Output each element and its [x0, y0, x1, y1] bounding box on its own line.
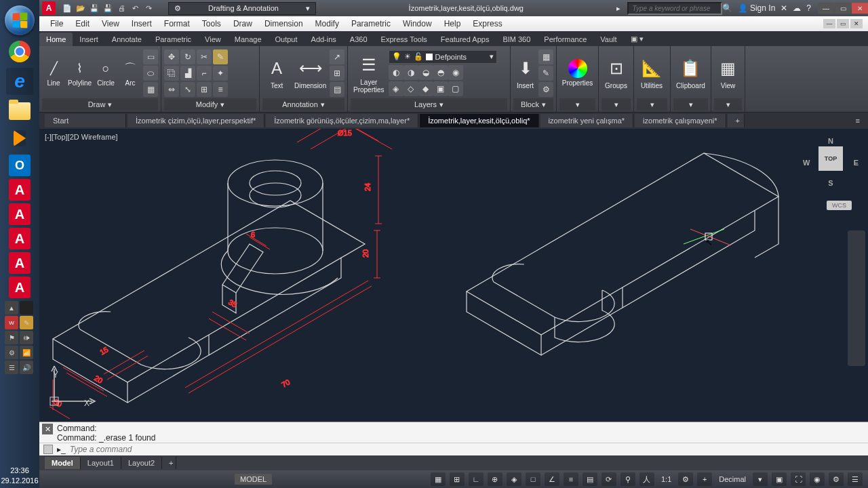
ribtab-annotate[interactable]: Annotate [105, 33, 149, 46]
infocenter-icon[interactable]: 🔍 [722, 3, 732, 13]
polar-toggle-icon[interactable]: ⊕ [488, 472, 502, 486]
qat-open-icon[interactable]: 📂 [75, 2, 87, 14]
autocad-icon[interactable]: A [9, 277, 31, 298]
lineweight-icon[interactable]: ≡ [564, 472, 578, 486]
rect-icon[interactable]: ▭ [143, 49, 158, 64]
tab-layout2[interactable]: Layout2 [121, 457, 162, 469]
ribtab-bim360[interactable]: BIM 360 [496, 33, 537, 46]
autocad-icon[interactable]: A [9, 252, 31, 274]
explode-icon[interactable]: ✦ [213, 66, 228, 81]
rotate-icon[interactable]: ↻ [180, 49, 195, 64]
layer-tool-icon[interactable]: ◉ [448, 65, 463, 80]
tab-model[interactable]: Model [45, 457, 81, 469]
app-menu-button[interactable]: A [42, 1, 56, 15]
ellipse-icon[interactable]: ⬭ [143, 66, 158, 81]
erase-icon[interactable]: ✎ [213, 49, 228, 64]
qat-undo-icon[interactable]: ↶ [129, 2, 141, 14]
table-icon[interactable]: ⊞ [330, 66, 344, 81]
help-icon[interactable]: ? [806, 3, 811, 13]
ribtab-manage[interactable]: Manage [228, 33, 269, 46]
annoscale-icon[interactable]: 人 [639, 472, 654, 486]
ribtab-performance[interactable]: Performance [537, 33, 593, 46]
ribtab-output[interactable]: Output [269, 33, 304, 46]
file-tab-active[interactable]: İzometrik,layer,kesit,ölçü,obliq* [420, 114, 538, 127]
qat-redo-icon[interactable]: ↷ [142, 2, 155, 14]
menu-insert[interactable]: Insert [126, 18, 157, 30]
doc-minimize-button[interactable]: — [823, 19, 835, 28]
chevron-down-icon[interactable]: ▾ [650, 100, 654, 109]
outlook-icon[interactable]: O [9, 155, 31, 176]
view-button[interactable]: ▦View [714, 55, 742, 91]
ribtab-parametric[interactable]: Parametric [149, 33, 198, 46]
copy-icon[interactable]: ⿻ [164, 66, 179, 81]
signin-button[interactable]: 👤 Sign In [738, 3, 776, 13]
qat-save-icon[interactable]: 💾 [88, 2, 100, 14]
qat-new-icon[interactable]: 📄 [61, 2, 73, 14]
isolate-icon[interactable]: ◉ [810, 472, 825, 486]
ie-icon[interactable]: e [6, 68, 33, 95]
insert-block-button[interactable]: ⬇Insert [513, 55, 537, 91]
qat-saveas-icon[interactable]: 💾 [102, 2, 114, 14]
chevron-down-icon[interactable]: ▾ [220, 100, 224, 109]
layer-tool-icon[interactable]: ◐ [389, 65, 403, 80]
layer-properties-button[interactable]: ☰Layer Properties [351, 52, 387, 95]
hatch-icon[interactable]: ▦ [143, 82, 158, 97]
tab-start[interactable]: Start [45, 114, 126, 127]
menu-window[interactable]: Window [397, 18, 437, 30]
dimension-button[interactable]: ⟷Dimension [292, 55, 328, 91]
layer-tool-icon[interactable]: ◈ [389, 81, 403, 96]
menu-help[interactable]: Help [439, 18, 467, 30]
snap-toggle-icon[interactable]: ⊞ [450, 472, 465, 486]
chevron-down-icon[interactable]: ▾ [542, 100, 546, 109]
utilities-button[interactable]: 📐Utilities [637, 55, 667, 91]
new-tab-button[interactable]: + [728, 114, 745, 127]
ribtab-express[interactable]: Express Tools [374, 33, 434, 46]
autocad-icon[interactable]: A [9, 179, 31, 201]
layer-tool-icon[interactable]: ▢ [448, 81, 463, 96]
chevron-down-icon[interactable]: ▾ [321, 100, 325, 109]
menu-dimension[interactable]: Dimension [259, 18, 309, 30]
autocad-icon[interactable]: A [9, 203, 31, 225]
help-search-input[interactable] [627, 2, 722, 15]
stretch-icon[interactable]: ⇔ [164, 82, 179, 97]
chevron-down-icon[interactable]: ▾ [726, 100, 730, 109]
layer-tool-icon[interactable]: ◆ [418, 81, 433, 96]
scale-label[interactable]: 1:1 [658, 475, 674, 483]
attr-icon[interactable]: ⚙ [538, 82, 553, 97]
tray-icons[interactable]: ▲W✎⚑🕪⚙📶☰🔊 [5, 301, 35, 374]
doc-restore-button[interactable]: ▭ [837, 19, 849, 28]
chevron-down-icon[interactable]: ▾ [689, 100, 693, 109]
paste-button[interactable]: 📋Clipboard [673, 55, 708, 91]
chrome-icon[interactable] [9, 41, 31, 62]
array-icon[interactable]: ⊞ [197, 82, 212, 97]
close-button[interactable]: ✕ [852, 3, 868, 14]
a360-icon[interactable]: ☁ [793, 3, 801, 13]
menu-format[interactable]: Format [159, 18, 195, 30]
quickprops-icon[interactable]: ▣ [772, 472, 787, 486]
menu-modify[interactable]: Modify [310, 18, 344, 30]
file-tab[interactable]: İzometrik görünüş,ölçüler,çizim,ma,layer… [266, 114, 418, 127]
offset-icon[interactable]: ≡ [213, 82, 228, 97]
mtext-icon[interactable]: ▤ [330, 82, 344, 97]
start-button[interactable] [5, 5, 35, 35]
menu-edit[interactable]: Edit [70, 18, 95, 30]
menu-file[interactable]: File [45, 18, 68, 30]
ribtab-insert[interactable]: Insert [73, 33, 105, 46]
iso-toggle-icon[interactable]: ◈ [507, 472, 521, 486]
cmd-handle-icon[interactable] [43, 445, 53, 454]
menu-tools[interactable]: Tools [197, 18, 226, 30]
layer-tool-icon[interactable]: ◑ [403, 65, 418, 80]
tabs-menu-icon[interactable]: ≡ [848, 114, 868, 127]
explorer-icon[interactable] [9, 102, 31, 120]
doc-close-button[interactable]: ✕ [850, 19, 863, 28]
media-player-icon[interactable] [14, 130, 26, 146]
properties-button[interactable]: Properties [559, 58, 595, 88]
annotative-icon[interactable]: ⚲ [620, 472, 635, 486]
chevron-down-icon[interactable]: ▾ [439, 100, 443, 109]
otrack-toggle-icon[interactable]: ∠ [545, 472, 559, 486]
trim-icon[interactable]: ✂ [197, 49, 212, 64]
qat-print-icon[interactable]: 🖨 [115, 2, 127, 14]
minimize-button[interactable]: — [818, 3, 834, 14]
maximize-button[interactable]: ▭ [835, 3, 851, 14]
drawing-canvas[interactable]: [-][Top][2D Wireframe] N S W E TOP WCS [39, 129, 868, 422]
